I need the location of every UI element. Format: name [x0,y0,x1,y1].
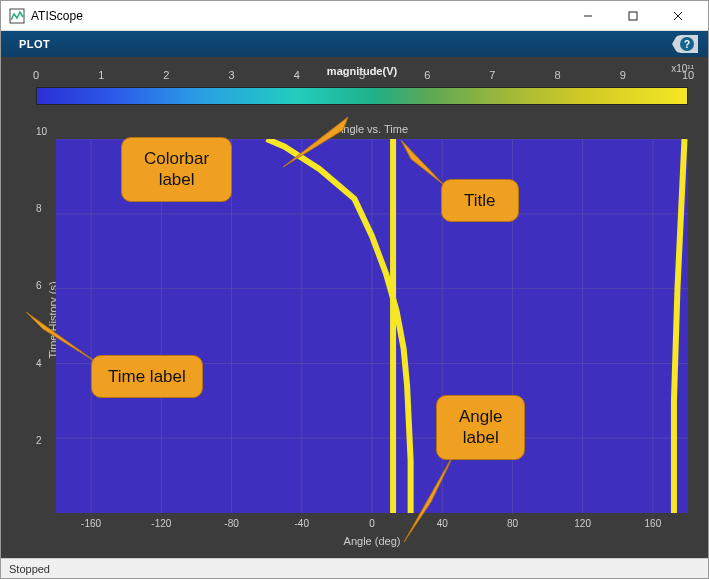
app-window: ATIScope PLOT ? magnitude(V) x10¹¹ 01234… [0,0,709,579]
app-icon [9,8,25,24]
svg-marker-21 [26,312,96,362]
colorbar-tick: 5 [359,69,365,81]
annotation-pointer-icon [21,307,101,367]
help-icon: ? [680,37,694,51]
colorbar-tick: 3 [229,69,235,81]
colorbar: magnitude(V) x10¹¹ 012345678910 [36,65,688,113]
close-button[interactable] [655,2,700,30]
colorbar-tick: 2 [163,69,169,81]
y-tick: 2 [36,434,42,445]
svg-marker-20 [401,140,444,185]
x-tick: -160 [81,518,101,529]
titlebar: ATIScope [1,1,708,31]
plot-area: magnitude(V) x10¹¹ 012345678910 Angle vs… [1,57,708,558]
x-tick: -40 [295,518,309,529]
annotation-angle-label: Angle label [436,395,525,460]
annotation-pointer-icon [396,447,462,547]
colorbar-tick: 0 [33,69,39,81]
annotation-time-label: Time label [91,355,203,398]
x-tick: -120 [151,518,171,529]
status-text: Stopped [9,563,50,575]
annotation-pointer-icon [283,112,363,172]
y-tick: 10 [36,126,47,137]
colorbar-tick: 8 [555,69,561,81]
colorbar-tick: 7 [489,69,495,81]
status-bar: Stopped [1,558,708,578]
colorbar-gradient [36,87,688,105]
svg-marker-19 [283,117,348,167]
minimize-button[interactable] [565,2,610,30]
window-title: ATIScope [31,9,565,23]
toolbar: PLOT ? [1,31,708,57]
colorbar-tick: 4 [294,69,300,81]
x-tick: 80 [507,518,518,529]
y-tick: 6 [36,280,42,291]
maximize-button[interactable] [610,2,655,30]
colorbar-tick: 10 [682,69,694,81]
tab-plot[interactable]: PLOT [11,34,58,54]
x-tick: -80 [224,518,238,529]
colorbar-tick: 9 [620,69,626,81]
x-tick: 0 [369,518,375,529]
colorbar-tick: 1 [98,69,104,81]
annotation-title: Title [441,179,519,222]
y-tick: 8 [36,203,42,214]
colorbar-ticks: 012345678910 [36,65,688,79]
colorbar-tick: 6 [424,69,430,81]
x-tick: 160 [645,518,662,529]
help-button[interactable]: ? [672,35,698,53]
x-tick: 120 [574,518,591,529]
svg-rect-2 [629,12,637,20]
x-axis-label: Angle (deg) [344,535,401,547]
svg-marker-22 [404,450,456,542]
annotation-colorbar-label: Colorbar label [121,137,232,202]
